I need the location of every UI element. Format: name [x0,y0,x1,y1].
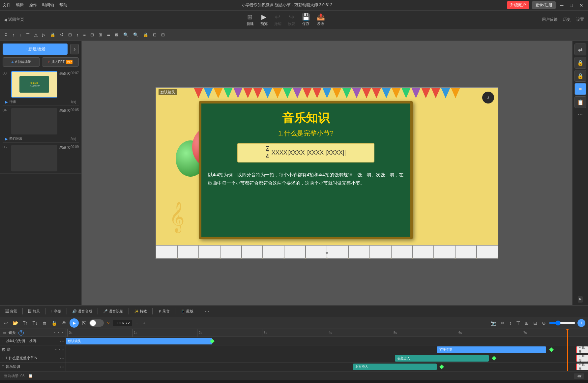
lock-tool-2[interactable]: 🔒 [141,31,150,38]
tl-expand-button[interactable]: ⇱ [81,320,87,326]
score-block[interactable]: 渐变进入 [395,355,489,362]
login-button[interactable]: 登录/注册 [532,1,555,9]
score-diamond[interactable] [492,356,496,361]
right-copy-button[interactable]: 📋 [574,96,586,108]
minus-btn[interactable]: − [134,320,139,326]
distribute-tool-5[interactable]: ≣ [105,31,112,38]
tl-text-down-button[interactable]: T↓ [31,320,39,326]
maximize-button[interactable]: □ [568,3,575,8]
align-tool-3[interactable]: ↓ [18,31,23,38]
plus-sign-btn[interactable]: + [141,320,147,326]
canvas-collapse-arrow[interactable]: ▼ [325,250,329,256]
record-button[interactable]: 🎙 录音 [155,308,172,315]
header-dots-2[interactable]: • [58,331,59,335]
tl-lock-button[interactable]: 🔒 [50,320,58,326]
tl-arrange-button[interactable]: ↕ [508,320,513,326]
group-tool[interactable]: ⊞ [67,31,74,38]
back-home-button[interactable]: ◀ 返回主页 [4,17,24,22]
tl-camera-button[interactable]: 📷 [489,320,497,326]
row-dots-3[interactable]: •·• [60,365,64,369]
row-dots-0[interactable]: •·• [60,339,64,343]
right-more-button[interactable]: ··· [578,111,583,118]
row-dots-2[interactable]: •·• [60,356,64,360]
menu-help[interactable]: 帮助 [59,2,67,8]
redo-tool[interactable]: ↪ 恢复 [288,13,295,26]
tl-text-up-button[interactable]: T↑ [21,320,29,326]
tl-add-button[interactable]: + [577,319,585,327]
bg-button[interactable]: 🖼 背景 [3,308,20,315]
timeline-cursor[interactable] [567,329,568,371]
canvas-music-button[interactable]: ♪ [482,92,494,103]
text1-diamond[interactable] [549,347,554,352]
tl-edit-button[interactable]: ✏ [499,320,506,326]
lock-tool[interactable]: 🔒 [48,31,57,38]
scene-item-05[interactable]: 05 未命名 00:09 [0,143,81,174]
paste-tool[interactable]: ⊞ [160,31,166,38]
help-icon[interactable]: ? [18,330,24,336]
asr-button[interactable]: 🎤 语音识别 [101,308,126,315]
header-dots[interactable]: • [54,331,55,335]
align-tool-4[interactable]: ⊤ [24,31,31,38]
tl-undo-button[interactable]: ↩ [3,320,9,326]
zoom-in-tool[interactable]: 🔍 [122,31,130,38]
zoom-out-tool[interactable]: 🔍 [132,31,140,38]
right-panel-button[interactable]: ■ [574,83,586,95]
text2-diamond[interactable] [439,365,444,369]
tl-layout-2[interactable]: ⊟ [532,320,539,326]
rotate-tool[interactable]: ↺ [58,31,65,38]
right-lock-button-2[interactable]: 🔒 [574,70,586,82]
zoom-slider[interactable] [549,320,575,326]
right-expand-button[interactable]: ⇄ [574,44,586,55]
menu-file[interactable]: 文件 [3,2,11,8]
undo-tool[interactable]: ↩ 撤销 [274,13,281,26]
tts-button[interactable]: 🔊 语音合成 [70,308,95,315]
tl-folder-button[interactable]: 📂 [11,320,19,326]
ai-scene-button[interactable]: A A 智能场景 [3,57,40,67]
tl-toggle[interactable] [89,319,104,327]
align-tool-5[interactable]: △ [33,31,39,38]
right-lock-button[interactable]: 🔒 [574,57,586,69]
text2-block[interactable]: 上方滑入 [353,364,436,370]
tl-filter-button[interactable]: ⊤ [515,320,521,326]
row-dots-1[interactable]: • [62,348,64,352]
new-tool[interactable]: ⊞ 新建 [247,13,254,26]
camera-block[interactable]: 默认镜头 [66,338,212,344]
scene-item-04[interactable]: 04 未命名 00:05 ▶ 梦幻波浪 2(s) [0,106,81,143]
save-tool[interactable]: 💾 保存 [302,13,310,26]
music-button[interactable]: ♪ [70,44,79,54]
blackboard[interactable]: 音乐知识 1.什么是完整小节? 4 4 XXXX|XXXX |XXXX |XXX… [199,101,413,239]
text1-block[interactable]: 字符打印 [437,346,546,353]
settings-button[interactable]: 设置 [576,17,584,22]
distribute-tool-3[interactable]: ⊟ [89,31,96,38]
preview-tool[interactable]: ▶ 预览 [260,13,268,26]
tl-play-button[interactable]: ▶ [70,318,79,328]
header-dots-3[interactable]: • [62,331,63,335]
distribute-tool-2[interactable]: ≡ [82,31,88,38]
scene-thumb-03[interactable]: 音乐知识 1.什么是完整小节? [11,71,57,98]
distribute-tool-1[interactable]: ↕ [75,31,80,38]
distribute-tool-4[interactable]: ⊞ [97,31,104,38]
tl-minus-circle[interactable]: ⊖ [541,320,547,326]
mask-button[interactable]: 📱 蔽版 [178,308,196,315]
fg-button[interactable]: 🖼 前景 [25,308,43,315]
align-tool-2[interactable]: ↑ [11,31,16,38]
align-tool-6[interactable]: ▷ [41,31,47,38]
more-effects-button[interactable]: ⋯ [202,307,212,315]
menu-operate[interactable]: 操作 [29,2,37,8]
menu-edit[interactable]: 编辑 [16,2,24,8]
effects-button[interactable]: ✨ 特效 [132,308,150,315]
history-button[interactable]: 历史 [563,17,571,22]
tl-layout-1[interactable]: ⊞ [523,320,530,326]
insert-ppt-button[interactable]: P 插入PPT VIP [42,57,79,67]
copy-tool[interactable]: ⊡ [151,31,158,38]
tl-eye-button[interactable]: 👁 [60,320,68,326]
upgrade-button[interactable]: 升级账户 [507,1,529,9]
canvas[interactable]: 默认镜头 [156,87,498,259]
minimize-button[interactable]: ─ [558,3,566,8]
tl-delete-button[interactable]: 🗑 [41,320,48,326]
distribute-tool-6[interactable]: ⊠ [113,31,120,38]
right-collapse-button[interactable]: ◀ [578,296,583,303]
feedback-button[interactable]: 用户反馈 [542,17,558,22]
scene-item-03[interactable]: 03 音乐知识 1.什么是完整小节? 未命名 00:07 [0,69,81,106]
new-scene-button[interactable]: + 新建场景 [3,44,68,55]
